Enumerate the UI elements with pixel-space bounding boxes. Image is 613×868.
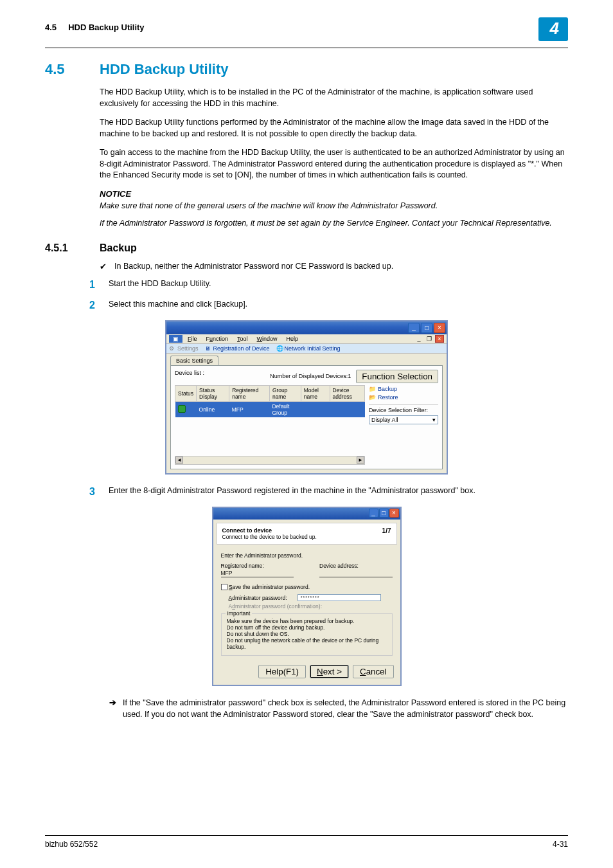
scroll-left-icon[interactable]: ◄ xyxy=(175,457,183,464)
cancel-button[interactable]: Cancel xyxy=(353,665,394,678)
paragraph-3: To gain access to the machine from the H… xyxy=(100,147,568,181)
menu-bar: ▣ File Function Tool Window Help _ ❐ × xyxy=(166,334,447,343)
filter-label: Device Selection Filter: xyxy=(369,407,438,413)
toolbar-register[interactable]: 🖥Registration of Device xyxy=(205,345,270,352)
horizontal-scrollbar[interactable]: ◄ ► xyxy=(175,456,365,465)
scroll-right-icon[interactable]: ► xyxy=(357,457,364,464)
inner-close-icon[interactable]: × xyxy=(435,335,444,343)
col-status-display[interactable]: Status Display xyxy=(197,385,229,401)
device-icon: 🖥 xyxy=(205,345,211,352)
step-2-text: Select this machine and click [Backup]. xyxy=(109,300,568,311)
dialog-page-indicator: 1/7 xyxy=(382,527,391,534)
menu-help[interactable]: Help xyxy=(283,335,303,343)
notice-line2: If the Administrator Password is forgott… xyxy=(100,218,568,230)
cell-status-display: Online xyxy=(197,401,229,417)
window-title-bar: _ □ × xyxy=(166,321,447,334)
dialog-close-icon[interactable]: × xyxy=(389,509,399,518)
maximize-icon[interactable]: □ xyxy=(421,323,432,333)
chapter-badge: 4 xyxy=(538,17,568,41)
important-line4: Do not unplug the network cable of the d… xyxy=(227,637,387,650)
header-section-num: 4.5 xyxy=(45,23,57,32)
gear-icon: ⚙ xyxy=(169,345,175,352)
important-line1: Make sure the device has been prepared f… xyxy=(227,618,387,624)
save-password-label: Save the administrator password. xyxy=(229,584,310,590)
arrow-icon: ➔ xyxy=(109,698,116,720)
next-button[interactable]: Next > xyxy=(310,665,349,678)
paragraph-2: The HDD Backup Utility functions perform… xyxy=(100,117,568,140)
menu-file[interactable]: File xyxy=(184,335,201,343)
tab-basic-settings[interactable]: Basic Settings xyxy=(170,356,218,365)
page-header: 4.5 HDD Backup Utility 4 xyxy=(45,23,568,48)
close-icon[interactable]: × xyxy=(434,323,445,333)
window-icon[interactable]: ▣ xyxy=(169,335,182,343)
dialog-minimize-icon[interactable]: _ xyxy=(369,509,378,518)
dialog-heading: Connect to device xyxy=(222,527,317,534)
step-2-num: 2 xyxy=(89,300,109,311)
step-3-num: 3 xyxy=(89,486,109,498)
admin-password-field[interactable]: ******** xyxy=(298,594,381,601)
toolbar-settings[interactable]: ⚙Settings xyxy=(169,345,199,352)
check-icon: ✔ xyxy=(100,262,107,271)
check-item: ✔ In Backup, neither the Administrator P… xyxy=(100,262,568,271)
col-model[interactable]: Model name xyxy=(301,385,330,401)
registered-name-label: Registered name: xyxy=(221,563,294,569)
important-legend: Important xyxy=(226,610,253,617)
page-footer: bizhub 652/552 4-31 xyxy=(45,835,568,849)
backup-utility-window: _ □ × ▣ File Function Tool Window Help _… xyxy=(165,320,448,475)
h2-title: Backup xyxy=(100,242,137,254)
device-table: Status Status Display Registered name Gr… xyxy=(175,385,365,417)
step-1-num: 1 xyxy=(89,279,109,291)
important-line2: Do not turn off the device during backup… xyxy=(227,624,387,631)
minimize-icon[interactable]: _ xyxy=(408,323,420,333)
cell-addr xyxy=(330,401,364,417)
notice-label: NOTICE xyxy=(100,189,568,199)
menu-tool[interactable]: Tool xyxy=(233,335,252,343)
function-selection-button[interactable]: Function Selection xyxy=(356,370,438,383)
col-addr[interactable]: Device address xyxy=(330,385,364,401)
save-password-checkbox[interactable] xyxy=(221,584,227,590)
important-box: Important Make sure the device has been … xyxy=(221,613,393,656)
enter-password-label: Enter the Administrator password. xyxy=(221,552,393,559)
cell-model xyxy=(301,401,330,417)
table-row[interactable]: Online MFP Default Group xyxy=(175,401,365,417)
footer-left: bizhub 652/552 xyxy=(45,840,98,849)
backup-icon: 📁 xyxy=(369,386,376,393)
device-list-label: Device list : xyxy=(175,370,204,383)
toolbar: ⚙Settings 🖥Registration of Device 🌐Netwo… xyxy=(166,343,447,354)
inner-minimize-icon[interactable]: _ xyxy=(414,335,423,343)
header-section-title: HDD Backup Utility xyxy=(68,23,144,32)
admin-password-label: Administrator password: xyxy=(229,595,287,601)
menu-function[interactable]: Function xyxy=(202,335,233,343)
paragraph-1: The HDD Backup Utility, which is to be i… xyxy=(100,87,568,109)
menu-window[interactable]: Window xyxy=(253,335,281,343)
admin-password-confirm-label: Administrator password (confirmation): xyxy=(229,603,323,610)
backup-link[interactable]: 📁Backup xyxy=(369,385,438,393)
step-1-text: Start the HDD Backup Utility. xyxy=(109,279,568,291)
connect-device-dialog: _ □ × Connect to device Connect to the d… xyxy=(212,507,402,687)
dialog-title-bar: _ □ × xyxy=(213,508,400,520)
network-icon: 🌐 xyxy=(276,345,283,352)
registered-name-value: MFP xyxy=(221,569,294,577)
help-button[interactable]: Help(F1) xyxy=(258,665,306,678)
notice-line1: Make sure that none of the general users… xyxy=(100,201,568,212)
device-address-value xyxy=(319,569,393,577)
col-group[interactable]: Group name xyxy=(269,385,301,401)
footer-right: 4-31 xyxy=(553,840,568,849)
step-3-text: Enter the 8-digit Administrator Password… xyxy=(109,486,568,498)
online-status-icon xyxy=(178,405,186,413)
h1-number: 4.5 xyxy=(45,61,100,78)
col-reg-name[interactable]: Registered name xyxy=(229,385,270,401)
dialog-subheading: Connect to the device to be backed up. xyxy=(222,534,317,540)
dialog-maximize-icon[interactable]: □ xyxy=(379,509,389,518)
display-filter-select[interactable]: Display All▾ xyxy=(369,415,438,424)
device-address-label: Device address: xyxy=(319,563,393,569)
inner-restore-icon[interactable]: ❐ xyxy=(425,335,434,343)
col-status[interactable]: Status xyxy=(175,385,197,401)
device-count-label: Number of Displayed Devices:1 xyxy=(270,373,351,379)
h2-number: 4.5.1 xyxy=(45,242,100,254)
restore-link[interactable]: 📂Restore xyxy=(369,393,438,402)
toolbar-network[interactable]: 🌐Network Initial Setting xyxy=(276,345,341,352)
arrow-text: If the "Save the administrator password"… xyxy=(123,698,568,720)
check-text: In Backup, neither the Administrator Pas… xyxy=(114,262,393,271)
h1-title: HDD Backup Utility xyxy=(100,61,228,78)
